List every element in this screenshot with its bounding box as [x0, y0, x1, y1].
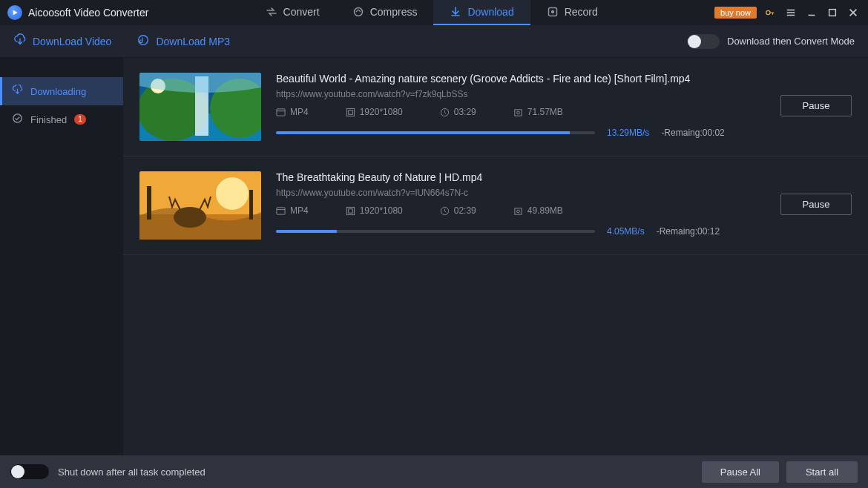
music-download-icon [137, 33, 150, 49]
check-circle-icon [12, 113, 23, 126]
download-list: Beautiful World - Amazing nature scenery… [123, 58, 868, 455]
menu-icon[interactable] [783, 5, 798, 20]
footer: Shut down after all task completed Pause… [0, 455, 868, 488]
shutdown-label: Shut down after all task completed [58, 466, 206, 478]
shutdown-toggle[interactable] [10, 464, 49, 479]
svg-point-4 [766, 10, 770, 14]
download-title: Beautiful World - Amazing nature scenery… [276, 73, 766, 85]
minimize-icon[interactable] [804, 5, 819, 20]
svg-point-7 [13, 114, 22, 122]
download-speed: 13.29MB/s [607, 128, 649, 138]
tab-label: Compress [370, 6, 418, 18]
finished-count-badge: 1 [74, 114, 86, 125]
sidebar-item-downloading[interactable]: Downloading [0, 77, 123, 105]
svg-point-1 [354, 8, 362, 16]
key-icon[interactable] [763, 5, 777, 20]
tab-label: Download [467, 6, 513, 18]
download-size: 71.57MB [527, 107, 563, 117]
sidebar-item-finished[interactable]: Finished 1 [0, 105, 123, 133]
main-tabs: Convert Compress Download Record [249, 0, 614, 25]
svg-rect-28 [348, 208, 352, 213]
svg-rect-27 [346, 207, 354, 214]
svg-marker-0 [13, 10, 18, 15]
svg-rect-26 [277, 207, 285, 214]
download-duration: 02:39 [454, 205, 476, 216]
download-size: 49.89MB [527, 205, 563, 216]
tab-label: Record [565, 6, 598, 18]
start-all-button[interactable]: Start all [786, 461, 858, 483]
video-thumbnail [139, 171, 261, 240]
download-duration: 03:29 [454, 107, 476, 117]
tab-convert[interactable]: Convert [249, 0, 336, 25]
app-title: Aicoosoft Video Converter [28, 7, 148, 19]
svg-point-22 [216, 177, 249, 210]
compress-icon [352, 6, 364, 18]
svg-rect-18 [515, 109, 522, 115]
cloud-download-icon [13, 33, 27, 49]
downloading-icon [12, 85, 23, 98]
download-url: https://www.youtube.com/watch?v=lUN664s7… [276, 188, 766, 198]
svg-rect-30 [515, 208, 522, 214]
svg-point-6 [139, 36, 148, 45]
tab-record[interactable]: Record [530, 0, 614, 25]
svg-point-31 [516, 210, 519, 213]
download-mp3-button[interactable]: DownLoad MP3 [137, 33, 230, 49]
convert-mode-toggle[interactable] [687, 34, 720, 49]
tab-label: Convert [283, 6, 320, 18]
download-url: https://www.youtube.com/watch?v=f7zk9qLb… [276, 89, 766, 99]
download-progress [276, 230, 595, 233]
svg-rect-15 [346, 108, 354, 116]
record-icon [547, 6, 559, 18]
download-title: The Breathtaking Beauty of Nature | HD.m… [276, 171, 766, 183]
svg-rect-14 [277, 108, 285, 115]
sidebar: Downloading Finished 1 [0, 58, 123, 455]
download-subbar: DownLoad Video DownLoad MP3 Download the… [0, 25, 868, 58]
download-item: Beautiful World - Amazing nature scenery… [123, 58, 868, 156]
buy-now-button[interactable]: buy now [714, 7, 757, 19]
svg-point-19 [516, 111, 519, 114]
download-video-button[interactable]: DownLoad Video [13, 33, 111, 49]
download-remaining: -Remaing:00:12 [657, 226, 720, 237]
titlebar: Aicoosoft Video Converter Convert Compre… [0, 0, 868, 25]
sidebar-item-label: Finished [30, 114, 67, 125]
download-video-label: DownLoad Video [33, 36, 111, 47]
svg-point-23 [174, 207, 206, 228]
sidebar-item-label: Downloading [30, 86, 86, 97]
svg-rect-16 [348, 110, 352, 114]
pause-button[interactable]: Pause [780, 95, 852, 116]
download-resolution: 1920*1080 [360, 205, 403, 216]
pause-all-button[interactable]: Pause All [702, 461, 779, 483]
close-icon[interactable] [846, 5, 861, 20]
app-logo-icon [7, 5, 22, 20]
svg-rect-5 [829, 10, 836, 16]
download-remaining: -Remaing:00:02 [661, 128, 724, 138]
download-icon [450, 6, 461, 18]
download-progress [276, 131, 595, 134]
convert-mode-label: Download then Convert Mode [727, 36, 855, 47]
svg-point-3 [550, 10, 553, 13]
maximize-icon[interactable] [825, 5, 840, 20]
pause-button[interactable]: Pause [780, 194, 852, 215]
svg-rect-24 [147, 186, 151, 220]
download-mp3-label: DownLoad MP3 [156, 36, 230, 47]
download-format: MP4 [290, 107, 309, 117]
download-resolution: 1920*1080 [360, 107, 403, 117]
download-format: MP4 [290, 205, 309, 216]
tab-compress[interactable]: Compress [336, 0, 434, 25]
convert-icon [266, 6, 277, 18]
download-item: The Breathtaking Beauty of Nature | HD.m… [123, 156, 868, 255]
video-thumbnail [139, 73, 261, 141]
download-speed: 4.05MB/s [607, 226, 645, 237]
svg-rect-25 [249, 190, 253, 220]
tab-download[interactable]: Download [433, 0, 530, 25]
